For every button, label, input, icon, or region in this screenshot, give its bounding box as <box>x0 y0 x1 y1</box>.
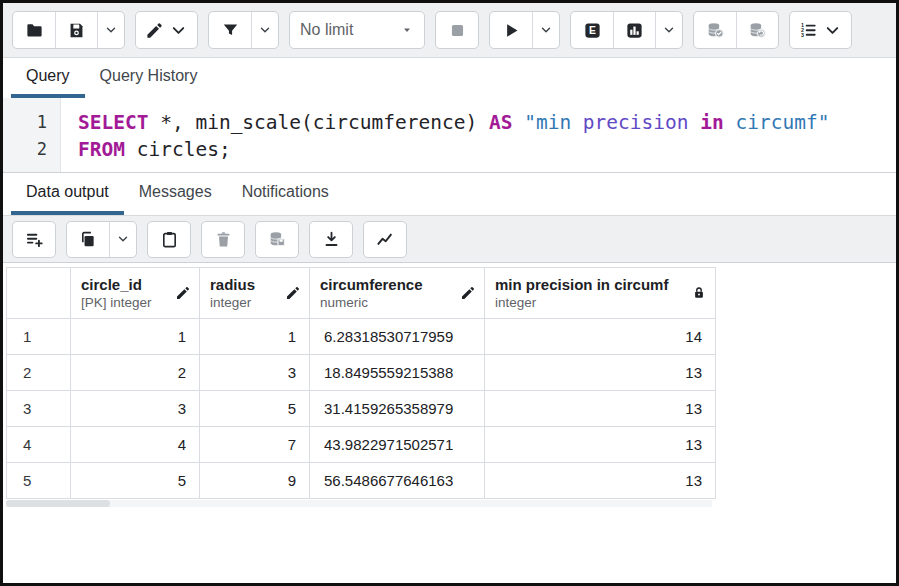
open-file-button[interactable] <box>13 12 55 48</box>
scrollbar-thumb[interactable] <box>6 500 110 507</box>
save-file-button[interactable] <box>55 12 97 48</box>
cancel-query-button[interactable] <box>436 12 478 48</box>
cell-circumference[interactable]: 18.8495559215388 <box>310 355 485 391</box>
execute-options-button[interactable] <box>532 12 559 48</box>
sql-token: *, min_scale(circumference) <box>148 111 488 134</box>
cell-circle_id[interactable]: 2 <box>71 355 200 391</box>
results-grid-toolbar <box>3 215 896 263</box>
cell-radius[interactable]: 5 <box>200 391 310 427</box>
cell-circle_id[interactable]: 4 <box>71 427 200 463</box>
filter-options-button[interactable] <box>251 12 278 48</box>
row-number[interactable]: 4 <box>7 427 71 463</box>
explain-options-button[interactable] <box>655 12 682 48</box>
macro-list-icon: 123 <box>799 21 818 40</box>
row-number[interactable]: 1 <box>7 319 71 355</box>
commit-button[interactable] <box>694 12 736 48</box>
explain-button[interactable]: E <box>571 12 613 48</box>
cell-min-precision-in-circumf[interactable]: 13 <box>485 463 716 499</box>
pencil-icon <box>175 285 191 301</box>
copy-rows-button[interactable] <box>67 222 109 257</box>
cell-circumference[interactable]: 43.9822971502571 <box>310 427 485 463</box>
cell-radius[interactable]: 3 <box>200 355 310 391</box>
row-number[interactable]: 3 <box>7 391 71 427</box>
edit-menu-button[interactable] <box>136 12 197 48</box>
column-type: [PK] integer <box>81 294 152 311</box>
tab-label: Messages <box>139 183 212 201</box>
sql-code-area[interactable]: SELECT *, min_scale(circumference) AS "m… <box>61 98 896 172</box>
column-title: radiusinteger <box>210 275 255 311</box>
sql-token: circumf" <box>724 111 830 134</box>
column-title: min precision in circumfinteger <box>495 275 668 311</box>
cell-circumference[interactable]: 31.4159265358979 <box>310 391 485 427</box>
column-type: integer <box>495 294 668 311</box>
copy-options-button[interactable] <box>109 222 136 257</box>
save-options-button[interactable] <box>97 12 124 48</box>
tab-query[interactable]: Query <box>11 58 85 98</box>
tab-notifications[interactable]: Notifications <box>227 173 344 215</box>
cell-radius[interactable]: 1 <box>200 319 310 355</box>
cell-circumference[interactable]: 6.28318530717959 <box>310 319 485 355</box>
cell-circumference[interactable]: 56.5486677646163 <box>310 463 485 499</box>
graph-visualiser-button[interactable] <box>364 222 406 257</box>
macros-button[interactable]: 123 <box>790 12 851 48</box>
add-row-button[interactable] <box>13 222 55 257</box>
cell-circle_id[interactable]: 3 <box>71 391 200 427</box>
lock-icon <box>691 285 707 301</box>
execute-query-button[interactable] <box>490 12 532 48</box>
cell-min-precision-in-circumf[interactable]: 14 <box>485 319 716 355</box>
horizontal-scrollbar[interactable] <box>6 500 712 507</box>
cell-min-precision-in-circumf[interactable]: 13 <box>485 355 716 391</box>
explain-analyze-button[interactable] <box>613 12 655 48</box>
save-data-changes-button[interactable] <box>256 222 298 257</box>
row-number[interactable]: 5 <box>7 463 71 499</box>
rollback-db-icon <box>748 21 767 40</box>
row-limit-button[interactable]: No limit <box>290 12 424 48</box>
table-row: 22318.849555921538813 <box>7 355 716 391</box>
tab-label: Query History <box>100 67 198 85</box>
sql-token: AS <box>489 111 512 134</box>
explain-analyze-icon <box>625 21 644 40</box>
commit-db-icon <box>706 21 725 40</box>
table-row: 44743.982297150257113 <box>7 427 716 463</box>
add-row-icon <box>25 230 44 249</box>
chevron-down-icon <box>539 23 553 37</box>
data-output-panel: circle_id[PK] integerradiusintegercircum… <box>3 263 896 583</box>
chevron-down-icon <box>169 21 188 40</box>
chevron-down-icon <box>104 23 118 37</box>
line-number-gutter: 12 <box>3 98 61 172</box>
tab-data-output[interactable]: Data output <box>11 173 124 215</box>
sql-token: in <box>700 111 723 134</box>
tab-label: Notifications <box>242 183 329 201</box>
cell-circle_id[interactable]: 1 <box>71 319 200 355</box>
select-all-corner[interactable] <box>7 268 71 319</box>
row-number[interactable]: 2 <box>7 355 71 391</box>
play-icon <box>502 21 521 40</box>
column-type: numeric <box>320 294 423 311</box>
column-header-min-precision-in-circumf[interactable]: min precision in circumfinteger <box>485 268 716 319</box>
tab-messages[interactable]: Messages <box>124 173 227 215</box>
cell-min-precision-in-circumf[interactable]: 13 <box>485 427 716 463</box>
download-results-button[interactable] <box>310 222 352 257</box>
column-header-circumference[interactable]: circumferencenumeric <box>310 268 485 319</box>
filter-button[interactable] <box>209 12 251 48</box>
tab-label: Query <box>26 67 70 85</box>
cell-min-precision-in-circumf[interactable]: 13 <box>485 391 716 427</box>
cell-radius[interactable]: 9 <box>200 463 310 499</box>
table-row: 1116.2831853071795914 <box>7 319 716 355</box>
rollback-button[interactable] <box>736 12 778 48</box>
column-header-circle_id[interactable]: circle_id[PK] integer <box>71 268 200 319</box>
download-icon <box>322 230 341 249</box>
delete-rows-button[interactable] <box>202 222 244 257</box>
cell-radius[interactable]: 7 <box>200 427 310 463</box>
chevron-down-icon <box>116 232 130 246</box>
column-header-radius[interactable]: radiusinteger <box>200 268 310 319</box>
paste-rows-button[interactable] <box>148 222 190 257</box>
cell-circle_id[interactable]: 5 <box>71 463 200 499</box>
copy-icon <box>79 230 98 249</box>
filter-icon <box>221 21 240 40</box>
tab-query-history[interactable]: Query History <box>85 58 213 98</box>
sql-editor[interactable]: 12 SELECT *, min_scale(circumference) AS… <box>3 98 896 173</box>
table-row: 33531.415926535897913 <box>7 391 716 427</box>
sql-line: SELECT *, min_scale(circumference) AS "m… <box>78 109 896 136</box>
row-limit-label: No limit <box>300 21 353 39</box>
